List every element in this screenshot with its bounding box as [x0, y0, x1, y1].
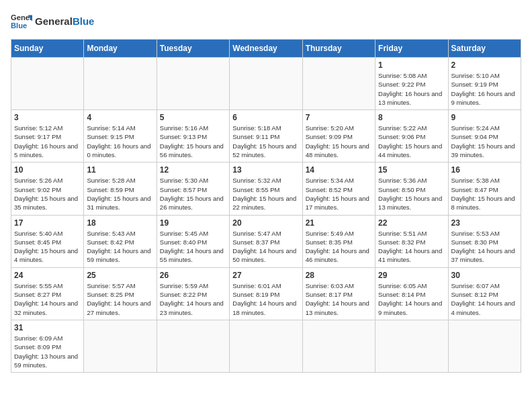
day-info: Sunrise: 6:07 AM Sunset: 8:12 PM Dayligh…: [451, 281, 518, 317]
day-info: Sunrise: 5:57 AM Sunset: 8:25 PM Dayligh…: [87, 281, 153, 317]
day-info: Sunrise: 5:53 AM Sunset: 8:30 PM Dayligh…: [451, 229, 518, 265]
header-wednesday: Wednesday: [230, 40, 302, 58]
day-info: Sunrise: 5:40 AM Sunset: 8:45 PM Dayligh…: [14, 229, 81, 265]
calendar-cell: 26Sunrise: 5:59 AM Sunset: 8:22 PM Dayli…: [157, 267, 229, 320]
calendar-cell: [302, 320, 375, 372]
day-number: 21: [306, 218, 372, 228]
day-number: 11: [87, 165, 153, 175]
calendar-table: SundayMondayTuesdayWednesdayThursdayFrid…: [11, 39, 521, 373]
calendar-cell: 28Sunrise: 6:03 AM Sunset: 8:17 PM Dayli…: [302, 267, 375, 320]
day-info: Sunrise: 5:10 AM Sunset: 9:19 PM Dayligh…: [451, 71, 518, 107]
day-info: Sunrise: 6:03 AM Sunset: 8:17 PM Dayligh…: [306, 281, 372, 317]
day-number: 12: [160, 165, 226, 175]
calendar-cell: 21Sunrise: 5:49 AM Sunset: 8:35 PM Dayli…: [302, 215, 375, 267]
day-number: 3: [14, 113, 81, 122]
calendar-cell: 25Sunrise: 5:57 AM Sunset: 8:25 PM Dayli…: [84, 267, 157, 320]
day-info: Sunrise: 5:51 AM Sunset: 8:32 PM Dayligh…: [378, 229, 445, 265]
day-number: 13: [232, 165, 299, 175]
svg-text:Blue: Blue: [11, 21, 27, 30]
calendar-cell: 14Sunrise: 5:34 AM Sunset: 8:52 PM Dayli…: [302, 163, 375, 215]
calendar-cell: 24Sunrise: 5:55 AM Sunset: 8:27 PM Dayli…: [11, 267, 84, 320]
calendar-cell: [230, 320, 302, 372]
calendar-cell: 8Sunrise: 5:22 AM Sunset: 9:06 PM Daylig…: [375, 110, 448, 163]
day-info: Sunrise: 5:20 AM Sunset: 9:09 PM Dayligh…: [306, 124, 372, 159]
day-info: Sunrise: 5:08 AM Sunset: 9:22 PM Dayligh…: [378, 71, 445, 107]
day-number: 27: [232, 271, 299, 280]
calendar-header-row: SundayMondayTuesdayWednesdayThursdayFrid…: [11, 40, 521, 58]
day-number: 23: [451, 218, 518, 228]
day-info: Sunrise: 5:26 AM Sunset: 9:02 PM Dayligh…: [14, 176, 81, 212]
calendar-cell: 11Sunrise: 5:28 AM Sunset: 8:59 PM Dayli…: [84, 163, 157, 215]
day-info: Sunrise: 5:59 AM Sunset: 8:22 PM Dayligh…: [160, 281, 226, 317]
page-header: General Blue GeneralBlue: [11, 11, 521, 32]
calendar-cell: 22Sunrise: 5:51 AM Sunset: 8:32 PM Dayli…: [375, 215, 448, 267]
calendar-cell: [84, 58, 157, 110]
day-number: 2: [451, 60, 518, 70]
day-number: 18: [87, 218, 153, 228]
header-tuesday: Tuesday: [157, 40, 229, 58]
calendar-cell: [448, 320, 521, 372]
day-info: Sunrise: 5:34 AM Sunset: 8:52 PM Dayligh…: [306, 176, 372, 212]
day-number: 20: [232, 218, 299, 228]
calendar-cell: 19Sunrise: 5:45 AM Sunset: 8:40 PM Dayli…: [157, 215, 229, 267]
calendar-cell: [11, 58, 84, 110]
calendar-cell: 18Sunrise: 5:43 AM Sunset: 8:42 PM Dayli…: [84, 215, 157, 267]
day-number: 28: [306, 271, 372, 280]
calendar-cell: 29Sunrise: 6:05 AM Sunset: 8:14 PM Dayli…: [375, 267, 448, 320]
day-info: Sunrise: 5:18 AM Sunset: 9:11 PM Dayligh…: [232, 124, 299, 159]
day-number: 7: [306, 113, 372, 122]
calendar-week-row: 31Sunrise: 6:09 AM Sunset: 8:09 PM Dayli…: [11, 320, 521, 372]
day-number: 4: [87, 113, 153, 122]
calendar-cell: [84, 320, 157, 372]
calendar-week-row: 17Sunrise: 5:40 AM Sunset: 8:45 PM Dayli…: [11, 215, 521, 267]
header-monday: Monday: [84, 40, 157, 58]
day-info: Sunrise: 5:32 AM Sunset: 8:55 PM Dayligh…: [232, 176, 299, 212]
day-info: Sunrise: 5:55 AM Sunset: 8:27 PM Dayligh…: [14, 281, 81, 317]
day-info: Sunrise: 5:16 AM Sunset: 9:13 PM Dayligh…: [160, 124, 226, 159]
logo-general: General: [35, 15, 73, 27]
calendar-cell: 9Sunrise: 5:24 AM Sunset: 9:04 PM Daylig…: [448, 110, 521, 163]
day-info: Sunrise: 5:14 AM Sunset: 9:15 PM Dayligh…: [87, 124, 153, 159]
calendar-week-row: 1Sunrise: 5:08 AM Sunset: 9:22 PM Daylig…: [11, 58, 521, 110]
day-number: 31: [14, 323, 81, 332]
day-number: 26: [160, 271, 226, 280]
day-number: 30: [451, 271, 518, 280]
logo: General Blue GeneralBlue: [11, 11, 94, 32]
day-number: 24: [14, 271, 81, 280]
calendar-cell: 15Sunrise: 5:36 AM Sunset: 8:50 PM Dayli…: [375, 163, 448, 215]
calendar-cell: 5Sunrise: 5:16 AM Sunset: 9:13 PM Daylig…: [157, 110, 229, 163]
calendar-week-row: 3Sunrise: 5:12 AM Sunset: 9:17 PM Daylig…: [11, 110, 521, 163]
day-number: 19: [160, 218, 226, 228]
logo-icon: General Blue: [11, 11, 32, 32]
day-info: Sunrise: 5:47 AM Sunset: 8:37 PM Dayligh…: [232, 229, 299, 265]
calendar-cell: [230, 58, 302, 110]
calendar-cell: 30Sunrise: 6:07 AM Sunset: 8:12 PM Dayli…: [448, 267, 521, 320]
calendar-cell: 7Sunrise: 5:20 AM Sunset: 9:09 PM Daylig…: [302, 110, 375, 163]
day-number: 5: [160, 113, 226, 122]
calendar-cell: [302, 58, 375, 110]
day-info: Sunrise: 5:38 AM Sunset: 8:47 PM Dayligh…: [451, 176, 518, 212]
day-number: 25: [87, 271, 153, 280]
day-number: 29: [378, 271, 445, 280]
header-saturday: Saturday: [448, 40, 521, 58]
calendar-cell: 12Sunrise: 5:30 AM Sunset: 8:57 PM Dayli…: [157, 163, 229, 215]
calendar-week-row: 10Sunrise: 5:26 AM Sunset: 9:02 PM Dayli…: [11, 163, 521, 215]
calendar-cell: 27Sunrise: 6:01 AM Sunset: 8:19 PM Dayli…: [230, 267, 302, 320]
logo-blue: Blue: [73, 15, 95, 27]
day-info: Sunrise: 5:45 AM Sunset: 8:40 PM Dayligh…: [160, 229, 226, 265]
day-info: Sunrise: 5:36 AM Sunset: 8:50 PM Dayligh…: [378, 176, 445, 212]
day-number: 6: [232, 113, 299, 122]
day-number: 1: [378, 60, 445, 70]
day-info: Sunrise: 5:12 AM Sunset: 9:17 PM Dayligh…: [14, 124, 81, 159]
day-info: Sunrise: 5:30 AM Sunset: 8:57 PM Dayligh…: [160, 176, 226, 212]
calendar-cell: 6Sunrise: 5:18 AM Sunset: 9:11 PM Daylig…: [230, 110, 302, 163]
calendar-cell: 17Sunrise: 5:40 AM Sunset: 8:45 PM Dayli…: [11, 215, 84, 267]
calendar-cell: [375, 320, 448, 372]
calendar-cell: 16Sunrise: 5:38 AM Sunset: 8:47 PM Dayli…: [448, 163, 521, 215]
day-info: Sunrise: 5:24 AM Sunset: 9:04 PM Dayligh…: [451, 124, 518, 159]
calendar-cell: 3Sunrise: 5:12 AM Sunset: 9:17 PM Daylig…: [11, 110, 84, 163]
calendar-cell: 13Sunrise: 5:32 AM Sunset: 8:55 PM Dayli…: [230, 163, 302, 215]
day-number: 15: [378, 165, 445, 175]
day-info: Sunrise: 6:01 AM Sunset: 8:19 PM Dayligh…: [232, 281, 299, 317]
day-number: 9: [451, 113, 518, 122]
